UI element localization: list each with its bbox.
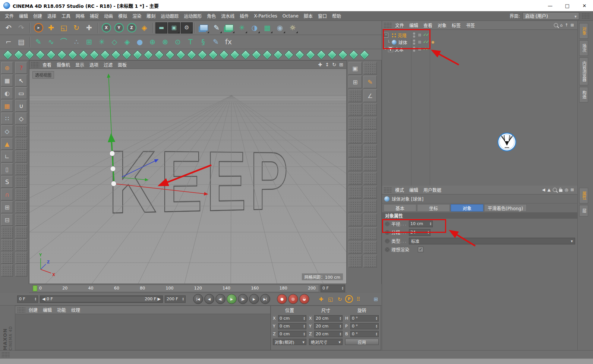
palette-slot-icon[interactable] — [363, 200, 377, 212]
edge-mode-icon[interactable]: ◇ — [1, 125, 13, 137]
point-mode-icon[interactable]: ∷ — [1, 113, 13, 124]
size-z-input[interactable]: 20 cm — [314, 331, 343, 337]
palette-slot-icon[interactable] — [363, 117, 377, 130]
y-axis-lock-icon[interactable]: Y — [113, 22, 125, 34]
deformer-icon-2[interactable] — [13, 50, 24, 60]
deformer-icon-10[interactable] — [100, 50, 110, 60]
minimize-button[interactable]: — — [542, 0, 559, 11]
record-rotation-icon[interactable]: ↻ — [335, 295, 344, 303]
autokey-button[interactable]: ◎ — [288, 294, 298, 304]
palette-slot-icon[interactable] — [1, 252, 13, 264]
scale-icon[interactable]: ◱ — [57, 22, 70, 34]
palette-slot-icon[interactable] — [348, 103, 362, 116]
palette-slot-icon[interactable] — [15, 151, 27, 162]
viewport-mouse-icon[interactable]: ▯ — [1, 163, 13, 175]
menu-运动图形[interactable]: 运动图形 — [181, 13, 204, 19]
menu-动画[interactable]: 动画 — [101, 13, 116, 19]
position-mode-select[interactable]: 对象(相对) — [273, 339, 306, 345]
am-menu-用户数据[interactable]: 用户数据 — [421, 187, 444, 193]
deformer-icon-23[interactable] — [240, 50, 251, 60]
menu-X-Particles[interactable]: X-Particles — [251, 13, 280, 19]
grid-points-icon[interactable]: ⊞ — [83, 36, 95, 48]
target-icon[interactable]: ◎ — [565, 187, 568, 192]
menu-角色[interactable]: 角色 — [204, 13, 218, 19]
range-end-handle[interactable]: 200 F ▶ — [145, 297, 161, 301]
om-menu-标签[interactable]: 标签 — [449, 22, 463, 28]
palette-slot-icon[interactable] — [363, 227, 377, 240]
record-position-icon[interactable]: ✚ — [317, 295, 325, 303]
deformer-icon-9[interactable] — [89, 50, 100, 60]
viewport-menu-摄像机[interactable]: 摄像机 — [54, 61, 73, 68]
menu-插件[interactable]: 插件 — [237, 13, 251, 19]
position-y-input[interactable]: 0 cm — [278, 323, 306, 329]
deformer-icon-19[interactable] — [197, 50, 208, 60]
selection-arrow-icon[interactable]: ↖ — [15, 75, 27, 86]
deformer-icon-15[interactable] — [154, 50, 164, 60]
home-icon[interactable]: ⌂ — [560, 23, 563, 28]
deformer-icon-21[interactable] — [218, 50, 229, 60]
up-icon[interactable]: ↑ — [565, 23, 568, 28]
tab-phong[interactable]: 平滑着色(Phong) — [484, 204, 527, 212]
current-frame-marker[interactable] — [33, 285, 37, 291]
om-menu-文件[interactable]: 文件 — [392, 22, 407, 28]
deformer-icon-32[interactable] — [337, 50, 348, 60]
fx-icon[interactable]: fx — [222, 36, 235, 48]
radial-points-icon[interactable]: ✳ — [95, 36, 108, 48]
palette-slot-icon[interactable] — [348, 131, 362, 143]
am-menu-编辑[interactable]: 编辑 — [407, 187, 421, 193]
deformer-icon-30[interactable] — [316, 50, 327, 60]
search-icon[interactable] — [554, 23, 558, 27]
om-grip[interactable] — [384, 22, 392, 28]
play-forwards-button[interactable]: ▶ — [249, 294, 259, 304]
palette-slot-icon[interactable] — [363, 241, 377, 254]
position-z-input[interactable]: 0 cm — [278, 331, 306, 337]
start-frame-field[interactable]: 0 F — [17, 295, 38, 303]
floor-icon[interactable]: ▦ — [261, 22, 274, 34]
x-axis-lock-icon[interactable]: X — [100, 22, 113, 34]
undo-icon[interactable]: ↶ — [2, 22, 15, 34]
orbit-view-icon[interactable]: ↻ — [332, 62, 336, 67]
palette-slot-icon[interactable] — [348, 158, 362, 171]
mm-menu-编辑[interactable]: 编辑 — [40, 307, 54, 313]
current-frame-field[interactable]: 0 F — [321, 285, 345, 292]
deformer-icon-29[interactable] — [305, 50, 316, 60]
am-grip[interactable] — [384, 187, 392, 193]
brush-tool-icon[interactable]: ✎ — [209, 36, 222, 48]
workplane-snap-icon[interactable]: ⊟ — [1, 214, 13, 226]
rotation-p-input[interactable]: 0 ° — [350, 323, 379, 329]
type-select[interactable]: 标准 — [409, 238, 575, 244]
palette-slot-icon[interactable] — [1, 227, 13, 238]
render-settings-icon[interactable]: ⚙ — [180, 22, 193, 34]
om-menu-编辑[interactable]: 编辑 — [407, 22, 421, 28]
timeline-ruler[interactable]: 020406080100120140160180200 — [32, 285, 319, 292]
palette-slot-icon[interactable] — [15, 138, 27, 150]
menu-运动跟踪[interactable]: 运动跟踪 — [158, 13, 181, 19]
spline-pen-icon[interactable]: ✎ — [210, 22, 223, 34]
deformer-icon-7[interactable] — [67, 50, 78, 60]
boole-icon[interactable]: ◑ — [248, 22, 261, 34]
palette-slot-icon[interactable] — [15, 227, 27, 238]
deformer-icon-8[interactable] — [78, 50, 89, 60]
uv-mode-icon[interactable]: ▦ — [1, 100, 13, 112]
ideal-render-checkbox[interactable] — [418, 247, 423, 252]
world-globe-icon[interactable]: ⊕ — [1, 62, 13, 74]
om-menu-书签[interactable]: 书签 — [463, 22, 477, 28]
deformer-icon-13[interactable] — [132, 50, 143, 60]
menu-模拟[interactable]: 模拟 — [116, 13, 130, 19]
polygon-mode-icon[interactable]: ▲ — [1, 138, 13, 150]
boolean-generator-icon[interactable]: ⊕ — [146, 36, 159, 48]
palette-slot-icon[interactable] — [348, 89, 362, 102]
deformer-icon-28[interactable] — [294, 50, 305, 60]
palette-slot-icon[interactable] — [348, 186, 362, 199]
sweep-generator-icon[interactable]: § — [197, 36, 209, 48]
palette-slot-icon[interactable] — [348, 145, 362, 157]
measure-icon[interactable]: ∠ — [363, 89, 377, 102]
bezier-spline-icon[interactable]: ∴ — [70, 36, 83, 48]
deformer-icon-31[interactable] — [327, 50, 337, 60]
record-point-level-icon[interactable]: ⠿ — [354, 295, 363, 303]
array-generator-icon[interactable]: ✳ — [236, 22, 248, 34]
record-keyframe-button[interactable]: ● — [277, 294, 287, 304]
metaball-generator-icon[interactable]: ● — [133, 36, 146, 48]
mm-menu-创建[interactable]: 创建 — [26, 307, 40, 313]
play-button[interactable]: ▶ — [227, 294, 237, 304]
